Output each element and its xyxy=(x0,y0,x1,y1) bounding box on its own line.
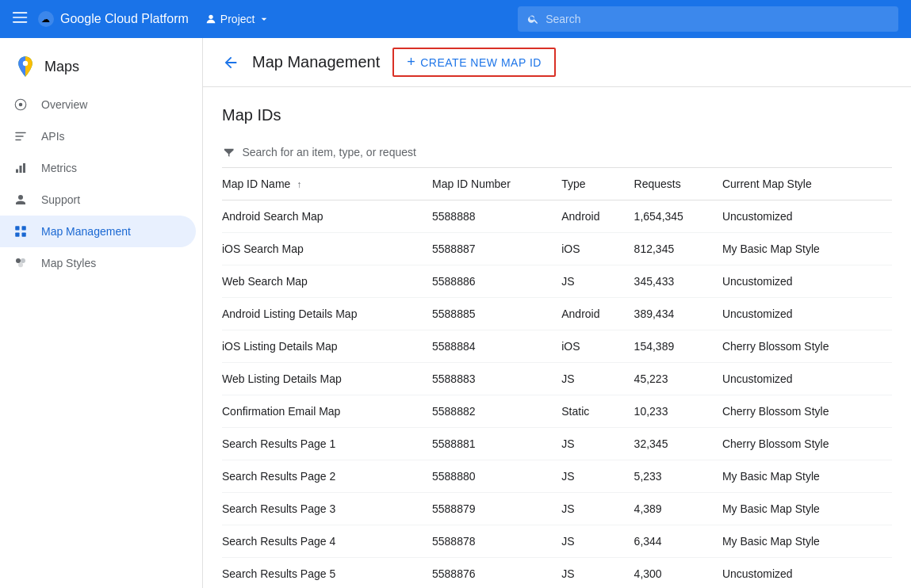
col-header-type[interactable]: Type xyxy=(561,168,633,200)
project-label: Project xyxy=(220,13,255,25)
table-row[interactable]: Android Search Map 5588888 Android 1,654… xyxy=(222,200,892,233)
page-title: Map Management xyxy=(252,53,380,71)
svg-point-9 xyxy=(19,103,23,107)
cell-number: 5588884 xyxy=(432,330,561,363)
svg-point-21 xyxy=(21,258,25,263)
section-title: Map IDs xyxy=(222,106,892,124)
search-icon xyxy=(527,13,539,25)
cell-number: 5588881 xyxy=(432,428,561,460)
sidebar-app-name: Maps xyxy=(44,59,79,75)
table-row[interactable]: Search Results Page 1 5588881 JS 32,345 … xyxy=(222,428,892,460)
table-row[interactable]: Android Listing Details Map 5588885 Andr… xyxy=(222,298,892,330)
table-row[interactable]: Confirmation Email Map 5588882 Static 10… xyxy=(222,395,892,428)
table-row[interactable]: iOS Listing Details Map 5588884 iOS 154,… xyxy=(222,330,892,363)
table-header-row: Map ID Name ↑ Map ID Number Type Request… xyxy=(222,168,892,200)
cell-name: Android Listing Details Map xyxy=(222,298,432,330)
cell-style: My Basic Map Style xyxy=(722,460,892,493)
support-icon xyxy=(13,192,29,208)
cell-type: iOS xyxy=(561,330,633,363)
cell-style: Uncustomized xyxy=(722,265,892,298)
sidebar-header: Maps xyxy=(0,44,202,89)
hamburger-menu-icon[interactable] xyxy=(13,10,29,29)
table-row[interactable]: Search Results Page 3 5588879 JS 4,389 M… xyxy=(222,493,892,525)
cell-name: Android Search Map xyxy=(222,200,432,233)
svg-rect-10 xyxy=(15,132,26,134)
table-row[interactable]: Search Results Page 5 5588876 JS 4,300 U… xyxy=(222,558,892,589)
cell-style: Uncustomized xyxy=(722,363,892,395)
search-bar[interactable] xyxy=(518,6,898,32)
filter-icon xyxy=(222,145,235,159)
sidebar-metrics-label: Metrics xyxy=(41,162,77,174)
table-row[interactable]: Web Listing Details Map 5588883 JS 45,22… xyxy=(222,363,892,395)
cell-requests: 389,434 xyxy=(634,298,722,330)
cell-number: 5588883 xyxy=(432,363,561,395)
sidebar-item-map-styles[interactable]: Map Styles xyxy=(0,247,196,279)
overview-icon xyxy=(13,97,29,113)
cell-number: 5588887 xyxy=(432,233,561,265)
cell-style: Uncustomized xyxy=(722,558,892,589)
col-header-name[interactable]: Map ID Name ↑ xyxy=(222,168,432,200)
sidebar-apis-label: APIs xyxy=(41,130,65,143)
map-management-icon xyxy=(13,223,29,239)
sidebar-item-overview[interactable]: Overview xyxy=(0,89,196,120)
cell-number: 5588882 xyxy=(432,395,561,428)
svg-rect-16 xyxy=(15,226,19,230)
cell-type: Static xyxy=(561,395,633,428)
col-header-style[interactable]: Current Map Style xyxy=(722,168,892,200)
cell-number: 5588880 xyxy=(432,460,561,493)
cell-number: 5588886 xyxy=(432,265,561,298)
content-area: Map IDs Map ID Name ↑ Ma xyxy=(203,87,911,588)
sidebar-map-styles-label: Map Styles xyxy=(41,257,96,269)
search-input[interactable] xyxy=(545,13,889,25)
cell-type: Android xyxy=(561,200,633,233)
cell-style: My Basic Map Style xyxy=(722,525,892,558)
app-name-label: Google Cloud Platform xyxy=(60,12,189,26)
maps-app-icon xyxy=(13,54,38,79)
cell-name: Search Results Page 3 xyxy=(222,493,432,525)
metrics-icon xyxy=(13,160,29,176)
svg-rect-13 xyxy=(16,170,18,174)
cell-requests: 5,233 xyxy=(634,460,722,493)
sidebar-item-apis[interactable]: APIs xyxy=(0,120,196,152)
cell-type: JS xyxy=(561,363,633,395)
plus-icon: + xyxy=(407,54,415,71)
col-header-requests[interactable]: Requests xyxy=(634,168,722,200)
sidebar: Maps Overview APIs Metrics Support xyxy=(0,38,203,588)
table-row[interactable]: iOS Search Map 5588887 iOS 812,345 My Ba… xyxy=(222,233,892,265)
sidebar-item-support[interactable]: Support xyxy=(0,184,196,216)
table-search-input[interactable] xyxy=(242,146,892,158)
cell-name: Web Listing Details Map xyxy=(222,363,432,395)
cell-requests: 1,654,345 xyxy=(634,200,722,233)
project-selector[interactable]: Project xyxy=(205,13,271,25)
svg-rect-2 xyxy=(13,21,27,23)
map-ids-table: Map ID Name ↑ Map ID Number Type Request… xyxy=(222,168,892,588)
app-logo: ☁ Google Cloud Platform xyxy=(38,11,189,27)
cell-requests: 32,345 xyxy=(634,428,722,460)
sidebar-overview-label: Overview xyxy=(41,98,87,111)
table-search-bar[interactable] xyxy=(222,137,892,168)
cell-name: Search Results Page 2 xyxy=(222,460,432,493)
col-header-number[interactable]: Map ID Number xyxy=(432,168,561,200)
map-styles-icon xyxy=(13,255,29,271)
cell-type: JS xyxy=(561,558,633,589)
sort-ascending-icon: ↑ xyxy=(297,179,301,190)
cell-requests: 812,345 xyxy=(634,233,722,265)
cell-type: iOS xyxy=(561,233,633,265)
table-row[interactable]: Search Results Page 2 5588880 JS 5,233 M… xyxy=(222,460,892,493)
table-row[interactable]: Web Search Map 5588886 JS 345,433 Uncust… xyxy=(222,265,892,298)
sidebar-item-map-management[interactable]: Map Management xyxy=(0,216,196,247)
svg-rect-17 xyxy=(15,233,19,237)
cell-name: Web Search Map xyxy=(222,265,432,298)
table-row[interactable]: Search Results Page 4 5588878 JS 6,344 M… xyxy=(222,525,892,558)
page-header: Map Management + CREATE NEW MAP ID xyxy=(203,38,911,87)
topbar: ☁ Google Cloud Platform Project xyxy=(0,0,911,38)
create-new-map-id-button[interactable]: + CREATE NEW MAP ID xyxy=(392,48,556,77)
svg-rect-12 xyxy=(15,139,21,141)
back-button[interactable] xyxy=(222,54,239,71)
cell-requests: 45,223 xyxy=(634,363,722,395)
svg-rect-11 xyxy=(15,136,24,137)
cell-type: JS xyxy=(561,428,633,460)
cell-type: JS xyxy=(561,460,633,493)
cell-type: Android xyxy=(561,298,633,330)
sidebar-item-metrics[interactable]: Metrics xyxy=(0,152,196,184)
